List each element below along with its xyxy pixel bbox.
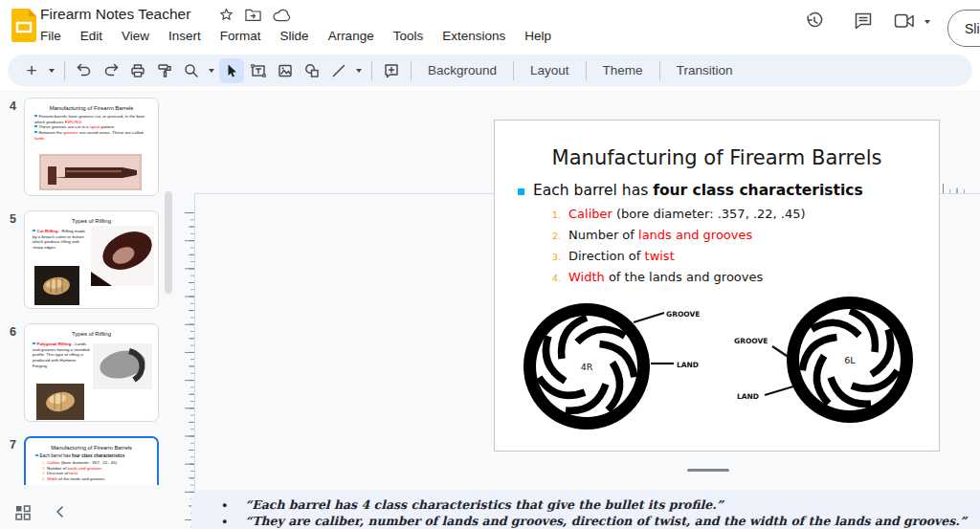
bullet-square-icon xyxy=(34,115,37,118)
thumb6-title: Types of Rifling xyxy=(25,331,158,337)
menu-insert[interactable]: Insert xyxy=(159,26,211,46)
slide-4-thumbnail[interactable]: Manufacturing of Firearm Barrels Firearm… xyxy=(24,98,159,196)
toolbar-separator xyxy=(64,61,65,80)
thumb5-text: Cut Rifling - Rifling made by a broach c… xyxy=(33,229,88,251)
text-box-button[interactable] xyxy=(246,58,271,83)
thumb4-bullet-1: Firearm barrels have grooves cut, or pre… xyxy=(34,114,150,124)
workspace: 4 Manufacturing of Firearm Barrels Firea… xyxy=(0,91,980,529)
diagram-4R-label: 4R xyxy=(581,362,593,372)
document-title[interactable]: Firearm Notes Teacher xyxy=(40,6,190,23)
slide-item-4[interactable]: 4.Width of the lands and grooves xyxy=(552,270,763,284)
thumb6-barrel-photo xyxy=(93,343,152,389)
diagram-6L-label: 6L xyxy=(844,355,856,365)
menu-view[interactable]: View xyxy=(112,26,159,46)
background-button[interactable]: Background xyxy=(418,59,506,81)
barrel-cross-section-4R[interactable]: 4R GROOVE LAND xyxy=(496,290,716,443)
slide-5-thumbnail[interactable]: Types of Rifling Cut Rifling - Rifling m… xyxy=(24,210,159,309)
print-button[interactable] xyxy=(125,58,150,83)
note-line-2[interactable]: “They are caliber, number of lands and g… xyxy=(245,514,967,528)
move-folder-icon[interactable] xyxy=(245,8,261,22)
notes-resize-handle[interactable] xyxy=(687,469,729,472)
menu-edit[interactable]: Edit xyxy=(71,26,112,46)
theme-button[interactable]: Theme xyxy=(593,59,653,81)
bullet-square-icon xyxy=(34,125,37,128)
note-bullet-icon: ● xyxy=(222,500,227,510)
thumb5-title: Types of Rifling xyxy=(25,218,158,224)
thumb7-title: Manufacturing of Firearm Barrels xyxy=(26,445,157,451)
note-bullet-icon: ● xyxy=(222,517,227,526)
insert-line-button[interactable] xyxy=(326,58,351,83)
menu-tools[interactable]: Tools xyxy=(384,26,434,46)
slide-7-number: 7 xyxy=(10,438,16,452)
paint-format-button[interactable] xyxy=(152,58,177,83)
star-icon[interactable] xyxy=(218,7,234,23)
new-slide-button[interactable]: + xyxy=(19,58,44,83)
transition-button[interactable]: Transition xyxy=(667,59,743,81)
canvas-left-border xyxy=(194,193,195,529)
vertical-ruler xyxy=(185,212,194,529)
slide-5-number: 5 xyxy=(10,212,16,226)
menu-slide[interactable]: Slide xyxy=(271,26,319,46)
thumb4-bullet-3: Between the grooves are raised areas. Th… xyxy=(34,130,150,141)
layout-button[interactable]: Layout xyxy=(521,59,579,81)
insert-shape-button[interactable] xyxy=(300,58,324,83)
collapse-filmstrip-chevron-icon[interactable] xyxy=(54,505,67,518)
insert-image-button[interactable] xyxy=(273,58,298,83)
undo-button[interactable] xyxy=(72,58,97,83)
diagram-6L-land-label: LAND xyxy=(737,392,759,401)
titlebar: Firearm Notes Teacher File Edit View Ins… xyxy=(0,0,980,55)
slide-item-3[interactable]: 3.Direction of twist xyxy=(552,249,675,263)
menu-arrange[interactable]: Arrange xyxy=(319,26,384,46)
bullet-square-icon xyxy=(34,131,37,134)
slide-title[interactable]: Manufacturing of Firearm Barrels xyxy=(495,146,939,169)
zoom-caret-icon[interactable] xyxy=(209,69,214,73)
filmstrip-scrollbar[interactable] xyxy=(165,191,172,294)
toolbar-separator xyxy=(659,61,660,80)
note-line-1[interactable]: “Each barrel has 4 class characteristics… xyxy=(245,497,724,512)
grid-view-button[interactable] xyxy=(15,505,31,520)
menu-help[interactable]: Help xyxy=(515,26,561,46)
main-toolbar: + xyxy=(8,55,972,86)
toolbar-separator xyxy=(586,61,587,80)
slide-6-thumbnail[interactable]: Types of Rifling Polygonal Rifling - Lan… xyxy=(24,323,159,422)
diagram-6L-groove-label: GROOVE xyxy=(734,337,768,345)
barrel-cross-section-6L[interactable]: 6L GROOVE LAND xyxy=(730,288,941,441)
thumb5-bullet-photo xyxy=(34,266,79,305)
new-slide-caret-icon[interactable] xyxy=(49,69,55,73)
slide-lead-line[interactable]: Each barrel has four class characteristi… xyxy=(533,182,863,199)
menu-format[interactable]: Format xyxy=(211,26,271,46)
filmstrip: 4 Manufacturing of Firearm Barrels Firea… xyxy=(0,91,182,485)
version-history-icon[interactable] xyxy=(804,11,825,32)
slide-bullet-square-icon xyxy=(518,188,524,195)
thumb7-items: 1. Caliber (bore diameter: .357, .22, .4… xyxy=(42,460,151,482)
zoom-button[interactable] xyxy=(179,58,204,83)
thumb4-title: Manufacturing of Firearm Barrels xyxy=(25,105,158,111)
bullet-square-icon xyxy=(33,342,35,345)
redo-button[interactable] xyxy=(99,58,123,83)
slideshow-button[interactable]: Sli xyxy=(947,10,980,47)
google-slides-app: Firearm Notes Teacher File Edit View Ins… xyxy=(0,0,980,529)
insert-comment-button[interactable] xyxy=(379,58,404,83)
thumb4-barrel-photo xyxy=(39,154,142,190)
meet-camera-icon[interactable] xyxy=(894,12,915,30)
slide-4-number: 4 xyxy=(10,99,16,113)
meet-dropdown-caret-icon[interactable] xyxy=(924,20,930,24)
thumb5-barrel-photo xyxy=(91,226,154,286)
menu-extensions[interactable]: Extensions xyxy=(433,26,515,46)
thumb6-bullet-photo xyxy=(36,384,84,420)
diagram-4R-groove-label: GROOVE xyxy=(666,310,700,319)
select-tool-button[interactable] xyxy=(219,58,244,83)
speaker-notes-pane[interactable]: ● “Each barrel has 4 class characteristi… xyxy=(191,490,980,529)
menubar: File Edit View Insert Format Slide Arran… xyxy=(31,26,561,46)
line-caret-icon[interactable] xyxy=(356,69,362,73)
bullet-square-icon xyxy=(35,454,38,457)
slide-7-thumbnail[interactable]: Manufacturing of Firearm Barrels Each ba… xyxy=(24,436,159,485)
slide-item-2[interactable]: 2.Number of lands and grooves xyxy=(552,228,752,242)
slide-canvas[interactable]: Manufacturing of Firearm Barrels Each ba… xyxy=(494,120,940,452)
slide-item-1[interactable]: 1.Caliber (bore diameter: .357, .22, .45… xyxy=(552,207,806,221)
comment-history-icon[interactable] xyxy=(854,11,873,31)
cloud-status-icon[interactable] xyxy=(273,9,291,22)
toolbar-separator xyxy=(371,61,372,80)
thumb6-text: Polygonal Rifling - Lands and grooves ha… xyxy=(33,342,90,369)
menu-file[interactable]: File xyxy=(31,26,71,46)
